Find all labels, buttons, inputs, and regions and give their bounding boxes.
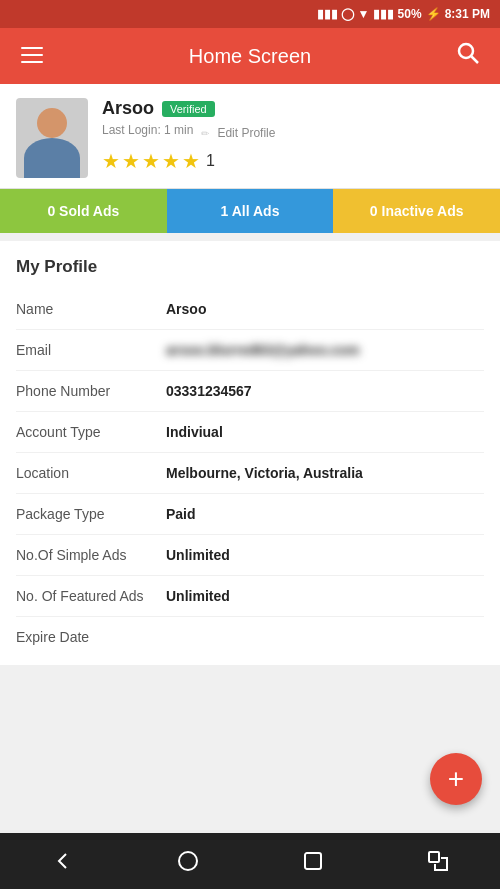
nav-switch-icon[interactable] (416, 839, 460, 883)
profile-info: Arsoo Verified Last Login: 1 min ✏ Edit … (102, 98, 484, 173)
star-1: ★ (102, 149, 120, 173)
battery-charging-icon: ⚡ (426, 7, 441, 21)
profile-row-account-type: Account Type Indiviual (16, 412, 484, 453)
tab-inactive-ads[interactable]: 0 Inactive Ads (333, 189, 500, 233)
svg-rect-2 (21, 61, 43, 63)
bottom-nav (0, 833, 500, 889)
edit-profile-link[interactable]: Edit Profile (217, 126, 275, 140)
tab-sold-ads[interactable]: 0 Sold Ads (0, 189, 167, 233)
value-package: Paid (166, 506, 484, 522)
profile-row-package: Package Type Paid (16, 494, 484, 535)
star-2: ★ (122, 149, 140, 173)
label-package: Package Type (16, 506, 166, 522)
label-account-type: Account Type (16, 424, 166, 440)
stars: ★ ★ ★ ★ ★ (102, 149, 200, 173)
star-4: ★ (162, 149, 180, 173)
nav-home-icon[interactable] (166, 839, 210, 883)
label-phone: Phone Number (16, 383, 166, 399)
my-profile-section: My Profile Name Arsoo Email arsoo.blurre… (0, 241, 500, 665)
profile-row-phone: Phone Number 03331234567 (16, 371, 484, 412)
value-simple-ads: Unlimited (166, 547, 484, 563)
battery-icon: ▮▮▮ ◯ ▼ ▮▮▮ (317, 7, 394, 21)
value-name: Arsoo (166, 301, 484, 317)
nav-recents-icon[interactable] (291, 839, 335, 883)
profile-row-featured-ads: No. Of Featured Ads Unlimited (16, 576, 484, 617)
svg-rect-0 (21, 47, 43, 49)
time: 8:31 PM (445, 7, 490, 21)
profile-row-expire-date: Expire Date (16, 617, 484, 657)
profile-row-email: Email arsoo.blurred63@yahoo.com (16, 330, 484, 371)
svg-point-3 (459, 44, 473, 58)
value-phone: 03331234567 (166, 383, 484, 399)
star-5: ★ (182, 149, 200, 173)
label-name: Name (16, 301, 166, 317)
profile-row-simple-ads: No.Of Simple Ads Unlimited (16, 535, 484, 576)
star-3: ★ (142, 149, 160, 173)
profile-row-location: Location Melbourne, Victoria, Australia (16, 453, 484, 494)
status-bar: ▮▮▮ ◯ ▼ ▮▮▮ 50% ⚡ 8:31 PM (0, 0, 500, 28)
stars-row: ★ ★ ★ ★ ★ 1 (102, 149, 484, 173)
value-location: Melbourne, Victoria, Australia (166, 465, 484, 481)
label-location: Location (16, 465, 166, 481)
label-expire-date: Expire Date (16, 629, 166, 645)
label-simple-ads: No.Of Simple Ads (16, 547, 166, 563)
divider: ✏ (201, 128, 209, 139)
svg-rect-1 (21, 54, 43, 56)
nav-back-icon[interactable] (41, 839, 85, 883)
profile-name: Arsoo (102, 98, 154, 119)
app-bar-title: Home Screen (48, 45, 452, 68)
label-email: Email (16, 342, 166, 358)
section-title: My Profile (16, 257, 484, 277)
value-email: arsoo.blurred63@yahoo.com (166, 342, 484, 358)
value-account-type: Indiviual (166, 424, 484, 440)
review-count: 1 (206, 152, 215, 170)
last-login: Last Login: 1 min (102, 123, 193, 137)
battery-percent: 50% (398, 7, 422, 21)
profile-row-name: Name Arsoo (16, 289, 484, 330)
svg-line-4 (472, 57, 479, 64)
search-icon[interactable] (452, 42, 484, 70)
fab-plus-icon: + (448, 763, 464, 795)
verified-badge: Verified (162, 101, 215, 117)
svg-rect-6 (305, 853, 321, 869)
fab-add-button[interactable]: + (430, 753, 482, 805)
svg-point-5 (179, 852, 197, 870)
svg-rect-7 (429, 852, 439, 862)
app-bar: Home Screen (0, 28, 500, 84)
avatar (16, 98, 88, 178)
profile-card: Arsoo Verified Last Login: 1 min ✏ Edit … (0, 84, 500, 189)
label-featured-ads: No. Of Featured Ads (16, 588, 166, 604)
value-featured-ads: Unlimited (166, 588, 484, 604)
tab-all-ads[interactable]: 1 All Ads (167, 189, 334, 233)
menu-icon[interactable] (16, 43, 48, 69)
tabs-row: 0 Sold Ads 1 All Ads 0 Inactive Ads (0, 189, 500, 233)
